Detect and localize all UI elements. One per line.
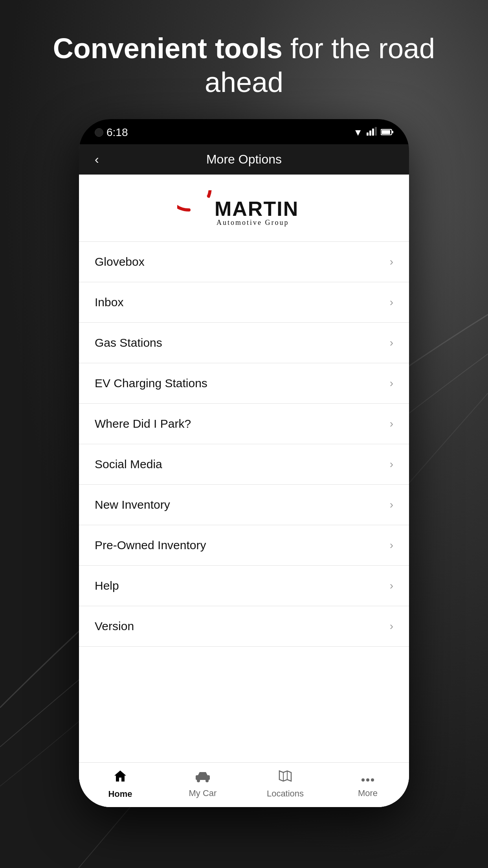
menu-item-glovebox[interactable]: Glovebox › [79,242,409,282]
menu-label-gas-stations: Gas Stations [95,336,162,349]
menu-item-new-inventory[interactable]: New Inventory › [79,485,409,525]
svg-point-10 [197,779,200,782]
hero-title: Convenient tools for the road ahead [24,31,464,99]
svg-rect-1 [369,131,371,136]
app-header: ‹ More Options [79,144,409,175]
svg-rect-9 [196,775,210,780]
nav-item-mycar[interactable]: My Car [161,769,244,798]
menu-item-where-park[interactable]: Where Did I Park? › [79,404,409,444]
svg-point-11 [205,779,209,782]
hero-section: Convenient tools for the road ahead [0,31,488,99]
back-button[interactable]: ‹ [95,152,99,167]
martin-logo: MARTIN Automotive Group [177,190,311,230]
app-content: MARTIN Automotive Group Glovebox › Inbox… [79,175,409,807]
menu-item-help[interactable]: Help › [79,566,409,606]
menu-label-where-park: Where Did I Park? [95,417,191,430]
menu-item-version[interactable]: Version › [79,606,409,647]
menu-label-help: Help [95,579,119,592]
logo-area: MARTIN Automotive Group [79,175,409,242]
menu-label-social-media: Social Media [95,458,162,471]
bottom-nav: Home My Car [79,762,409,807]
svg-rect-2 [372,129,374,136]
svg-point-15 [366,778,369,782]
menu-label-inbox: Inbox [95,296,123,309]
nav-item-home[interactable]: Home [79,769,161,799]
menu-label-ev-charging: EV Charging Stations [95,377,207,390]
menu-label-new-inventory: New Inventory [95,498,170,511]
header-title: More Options [206,152,282,167]
nav-locations-label: Locations [267,789,304,799]
chevron-icon-version: › [390,620,393,633]
menu-label-version: Version [95,620,134,633]
signal-icon [367,127,377,138]
svg-text:Automotive Group: Automotive Group [216,219,289,226]
battery-icon [381,127,393,138]
chevron-icon-ev-charging: › [390,377,393,390]
status-icons: ▼ [353,127,393,138]
nav-item-more[interactable]: More [327,769,409,798]
chevron-icon-glovebox: › [390,256,393,268]
menu-list: Glovebox › Inbox › Gas Stations › EV Cha… [79,242,409,762]
map-icon [279,769,292,786]
nav-more-label: More [358,788,378,798]
svg-rect-6 [392,131,393,133]
nav-item-locations[interactable]: Locations [244,769,327,799]
car-icon [195,769,211,786]
status-bar: 6:18 ▼ [79,119,409,144]
svg-text:MARTIN: MARTIN [215,197,299,220]
camera-dot [95,128,103,137]
chevron-icon-inbox: › [390,296,393,309]
home-icon [113,769,127,787]
wifi-icon: ▼ [353,127,363,138]
menu-item-ev-charging[interactable]: EV Charging Stations › [79,363,409,404]
svg-rect-5 [382,130,390,134]
menu-item-social-media[interactable]: Social Media › [79,444,409,485]
menu-label-glovebox: Glovebox [95,255,145,268]
chevron-icon-new-inventory: › [390,498,393,511]
nav-home-label: Home [108,789,132,799]
nav-mycar-label: My Car [189,788,217,798]
chevron-icon-gas-stations: › [390,337,393,349]
phone-frame: 6:18 ▼ ‹ More Options [79,119,409,807]
dots-icon [361,769,375,786]
svg-point-14 [361,778,365,782]
time-display: 6:18 [106,126,128,139]
svg-point-16 [371,778,374,782]
chevron-icon-where-park: › [390,417,393,430]
menu-item-gas-stations[interactable]: Gas Stations › [79,323,409,363]
chevron-icon-preowned-inventory: › [390,539,393,552]
svg-rect-3 [375,127,377,136]
menu-item-preowned-inventory[interactable]: Pre-Owned Inventory › [79,525,409,566]
status-left: 6:18 [95,126,128,139]
chevron-icon-help: › [390,579,393,592]
chevron-icon-social-media: › [390,458,393,471]
svg-rect-0 [367,132,369,136]
menu-label-preowned-inventory: Pre-Owned Inventory [95,539,206,552]
menu-item-inbox[interactable]: Inbox › [79,282,409,323]
